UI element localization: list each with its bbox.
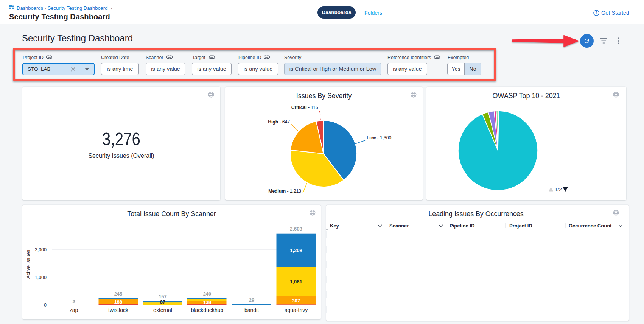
svg-text:307: 307 — [292, 298, 300, 304]
svg-text:87: 87 — [160, 299, 165, 305]
svg-text:1,000: 1,000 — [35, 275, 47, 280]
svg-text:2: 2 — [72, 299, 75, 304]
svg-text:157: 157 — [159, 294, 167, 299]
svg-text:Critical - 116: Critical - 116 — [291, 105, 318, 110]
svg-text:High - 647: High - 647 — [268, 119, 290, 125]
svg-text:Key: Key — [330, 223, 339, 229]
svg-text:1/2: 1/2 — [555, 187, 562, 192]
svg-text:Low - 1,300: Low - 1,300 — [367, 135, 391, 140]
svg-text:29: 29 — [249, 297, 254, 303]
svg-text:Occurrence Count: Occurrence Count — [569, 223, 612, 229]
svg-text:?: ? — [595, 11, 597, 15]
svg-text:Pipeline ID: Pipeline ID — [450, 223, 474, 229]
svg-text:external: external — [153, 307, 172, 313]
svg-text:Scanner: Scanner — [389, 223, 409, 229]
svg-text:1,208: 1,208 — [290, 248, 302, 253]
svg-text:188: 188 — [114, 299, 123, 305]
svg-text:2,603: 2,603 — [290, 226, 302, 232]
svg-text:2,000: 2,000 — [35, 247, 47, 252]
svg-text:blackduckhub: blackduckhub — [191, 307, 224, 313]
svg-text:bandit: bandit — [244, 307, 259, 313]
svg-text:Medium - 1,213: Medium - 1,213 — [268, 188, 301, 194]
svg-text:245: 245 — [114, 291, 123, 297]
svg-text:Active Issues: Active Issues — [25, 249, 31, 279]
svg-text:1,061: 1,061 — [290, 279, 302, 285]
svg-text:240: 240 — [203, 291, 212, 297]
svg-text:Project ID: Project ID — [509, 223, 532, 229]
svg-text:0: 0 — [44, 302, 47, 308]
svg-text:zap: zap — [70, 307, 78, 313]
svg-text:aqua-trivy: aqua-trivy — [285, 307, 308, 313]
svg-text:twistlock: twistlock — [108, 307, 129, 313]
svg-text:138: 138 — [203, 299, 212, 305]
